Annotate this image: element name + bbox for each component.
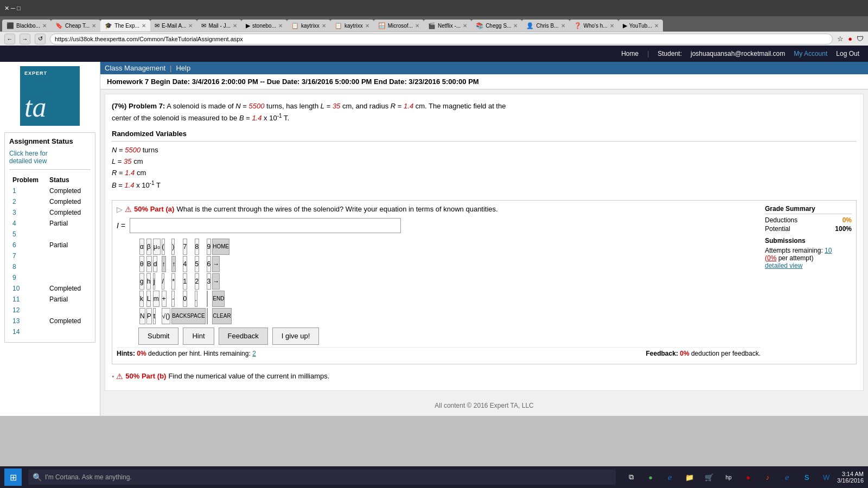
- calc-right1[interactable]: →: [212, 256, 220, 272]
- hint-button[interactable]: Hint: [183, 328, 214, 345]
- calc-clear[interactable]: CLEAR: [212, 308, 231, 324]
- problem-status: Partial: [47, 294, 90, 304]
- calc-home[interactable]: HOME: [212, 239, 229, 255]
- hints-remaining-link[interactable]: 2: [252, 350, 256, 357]
- problem-num-link[interactable]: 4: [12, 220, 16, 227]
- tab-kaytrixx2[interactable]: 📋kaytrixx✕: [330, 20, 374, 31]
- calc-3[interactable]: 3: [207, 273, 212, 290]
- give-up-button[interactable]: I give up!: [272, 328, 320, 345]
- calc-8[interactable]: 8: [195, 239, 200, 255]
- problem-row: 13Completed: [10, 316, 90, 326]
- calc-t[interactable]: t: [153, 308, 156, 324]
- calc-4[interactable]: 4: [183, 256, 188, 272]
- problem-num-link[interactable]: 11: [12, 296, 20, 303]
- tab-stonebo[interactable]: ▶stonebo...✕: [241, 20, 287, 31]
- tab-mail[interactable]: ✉Mail - J...✕: [197, 20, 241, 31]
- calc-h[interactable]: h: [146, 273, 151, 290]
- forward-btn[interactable]: →: [20, 34, 30, 44]
- calc-theta[interactable]: θ: [139, 256, 144, 272]
- problem-num-link[interactable]: 14: [12, 328, 20, 336]
- tab-expertta[interactable]: 🎓The Exp...✕: [100, 20, 150, 31]
- tab-cheap[interactable]: 🔖Cheap T...✕: [51, 20, 100, 31]
- logout-link[interactable]: Log Out: [836, 50, 859, 57]
- calc-N[interactable]: N: [139, 308, 145, 324]
- tab-kaytrixx1[interactable]: 📋kaytrixx✕: [287, 20, 330, 31]
- problem-num-link[interactable]: 5: [12, 230, 16, 238]
- calc-j[interactable]: j: [153, 273, 156, 290]
- part-a-left: ▷ ⚠ 50% Part (a) What is the current thr…: [117, 205, 761, 359]
- submit-button[interactable]: Submit: [138, 328, 178, 345]
- calc-up1[interactable]: ↑: [162, 256, 166, 272]
- var-l: L = 35 cm: [112, 156, 857, 168]
- tab-youtube[interactable]: ▶YouTub...✕: [618, 20, 663, 31]
- calc-rparen[interactable]: ): [171, 239, 175, 255]
- calc-multiply[interactable]: *: [171, 273, 175, 290]
- problem-num-link[interactable]: 8: [12, 263, 16, 271]
- problem-num-link[interactable]: 3: [12, 209, 16, 216]
- calc-mu0[interactable]: μ₀: [153, 239, 161, 255]
- calc-sqrt[interactable]: √(): [162, 308, 171, 324]
- calc-6[interactable]: 6: [207, 256, 212, 272]
- per-attempt-link[interactable]: 0%: [767, 254, 776, 262]
- calc-P[interactable]: P: [146, 308, 152, 324]
- tab-microsoft[interactable]: 🪟Microsof...✕: [374, 20, 424, 31]
- calc-1[interactable]: 1: [183, 273, 188, 290]
- problem-num-link[interactable]: 9: [12, 274, 16, 281]
- calc-2[interactable]: 2: [195, 273, 200, 290]
- detail-view-link[interactable]: detailed view: [765, 262, 802, 269]
- home-link[interactable]: Home: [621, 50, 639, 57]
- tab-chegg[interactable]: 📚Chegg S...✕: [471, 20, 522, 31]
- calc-end[interactable]: END: [212, 291, 225, 307]
- back-btn[interactable]: ←: [4, 34, 15, 44]
- calc-backspace[interactable]: BACKSPACE: [171, 308, 205, 324]
- calc-0[interactable]: 0: [183, 291, 188, 307]
- part-b-header: ▪ ⚠ 50% Part (b) Find the numerical valu…: [112, 369, 857, 384]
- hints-right: Feedback: 0% deduction per feedback.: [646, 350, 761, 357]
- calc-L[interactable]: L: [146, 291, 151, 307]
- part-a-question: What is the current through the wires of…: [176, 205, 497, 213]
- calc-B[interactable]: B: [146, 256, 152, 272]
- action-buttons: Submit Hint Feedback I give up!: [138, 328, 761, 345]
- calc-plus[interactable]: +: [162, 291, 167, 307]
- submissions-panel: Submissions Attempts remaining: 10 (0% p…: [765, 237, 852, 269]
- calc-up2[interactable]: ↑: [171, 256, 176, 272]
- tab-netflix[interactable]: 🎬Netflix -...✕: [424, 20, 471, 31]
- feedback-button[interactable]: Feedback: [219, 328, 268, 345]
- calc-beta[interactable]: β: [146, 239, 151, 255]
- problem-num-link[interactable]: 10: [12, 285, 20, 292]
- calc-5[interactable]: 5: [195, 256, 200, 272]
- problem-num-link[interactable]: 1: [12, 187, 16, 195]
- calc-7[interactable]: 7: [183, 239, 188, 255]
- calc-minus[interactable]: -: [171, 291, 175, 307]
- calc-d[interactable]: d: [153, 256, 158, 272]
- calc-9[interactable]: 9: [207, 239, 212, 255]
- calc-alpha[interactable]: α: [139, 239, 144, 255]
- problem-num-link[interactable]: 13: [12, 317, 20, 325]
- calc-lparen[interactable]: (: [162, 239, 165, 255]
- attempts-link[interactable]: 10: [825, 247, 832, 254]
- math-input[interactable]: [130, 218, 401, 233]
- refresh-btn[interactable]: ↺: [35, 34, 46, 44]
- my-account-link[interactable]: My Account: [794, 50, 827, 57]
- part-a-content: ▷ ⚠ 50% Part (a) What is the current thr…: [117, 205, 852, 359]
- problem-num-link[interactable]: 6: [12, 241, 16, 249]
- randomized-variables: Randomized Variables N = 5500 turns L = …: [112, 130, 857, 191]
- calc-m[interactable]: m: [153, 291, 159, 307]
- calc-k[interactable]: k: [139, 291, 144, 307]
- tab-blackboard[interactable]: ⬛Blackbo...✕: [2, 20, 51, 31]
- tab-email[interactable]: ✉E-Mail A...✕: [150, 20, 197, 31]
- top-nav: Home | Student: joshuaquansah@rocketmail…: [0, 46, 868, 62]
- address-input[interactable]: [50, 34, 833, 44]
- click-here-link[interactable]: Click here for detailed view: [9, 150, 91, 165]
- tab-chris[interactable]: 👤Chris B...✕: [522, 20, 569, 31]
- problem-num-link[interactable]: 2: [12, 198, 16, 206]
- class-management-link[interactable]: Class Management: [105, 64, 165, 72]
- help-link[interactable]: Help: [176, 64, 190, 72]
- problem-num-link[interactable]: 7: [12, 252, 16, 260]
- calc-g[interactable]: g: [139, 273, 144, 290]
- calc-dot[interactable]: .: [195, 291, 197, 307]
- tab-whos[interactable]: ❓Who's h...✕: [570, 20, 618, 31]
- calc-right2[interactable]: →: [212, 273, 220, 290]
- calc-divide[interactable]: /: [162, 273, 164, 290]
- problem-num-link[interactable]: 12: [12, 306, 20, 314]
